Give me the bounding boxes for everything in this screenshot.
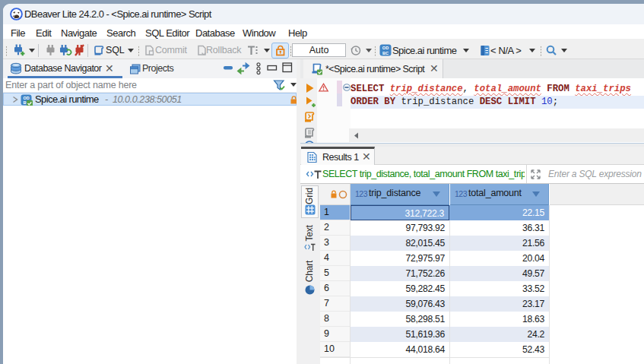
svg-text:OD: OD [382, 46, 389, 50]
svg-text:BC: BC [382, 51, 389, 55]
svg-text:OD: OD [23, 95, 29, 100]
